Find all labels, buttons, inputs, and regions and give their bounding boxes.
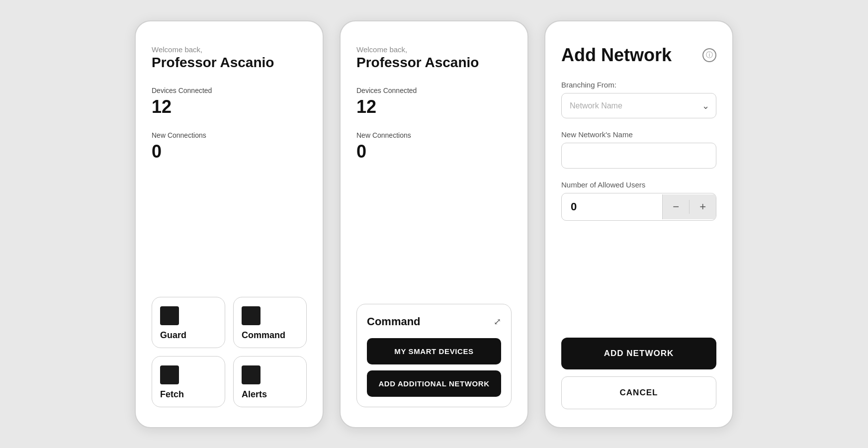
- stepper-increment-button[interactable]: +: [690, 194, 716, 219]
- branching-from-section: Branching From: Network Name ⌄: [561, 81, 716, 118]
- allowed-users-label: Number of Allowed Users: [561, 180, 716, 189]
- allowed-users-section: Number of Allowed Users 0 − +: [561, 180, 716, 221]
- panel1-devices-value: 12: [152, 96, 307, 117]
- app-tile-alerts-label: Alerts: [242, 389, 298, 400]
- action-buttons: ADD NETWORK CANCEL: [561, 338, 716, 409]
- smart-devices-button[interactable]: MY SMART DEVICES: [367, 338, 501, 364]
- app-tile-command-label: Command: [242, 330, 298, 341]
- new-network-name-section: New Network's Name: [561, 130, 716, 169]
- collapse-icon[interactable]: ⤢: [494, 316, 501, 327]
- panel1-welcome-sub: Welcome back,: [152, 45, 307, 54]
- guard-icon: [160, 306, 179, 325]
- info-icon[interactable]: ⓘ: [702, 48, 716, 62]
- panel-2-card: Welcome back, Professor Ascanio Devices …: [340, 20, 528, 428]
- cancel-button[interactable]: CANCEL: [561, 376, 716, 409]
- command-panel-header: Command ⤢: [367, 315, 501, 328]
- command-panel-title: Command: [367, 315, 421, 328]
- stepper-controls: − +: [662, 194, 716, 219]
- branching-from-label: Branching From:: [561, 81, 716, 89]
- add-network-title: Add Network: [561, 45, 672, 65]
- alerts-icon: [242, 365, 260, 384]
- app-tile-guard[interactable]: Guard: [152, 297, 225, 348]
- command-panel: Command ⤢ MY SMART DEVICES ADD ADDITIONA…: [356, 304, 512, 407]
- panel1-welcome-name: Professor Ascanio: [152, 55, 307, 71]
- panel2-welcome-sub: Welcome back,: [356, 45, 512, 54]
- fetch-icon: [160, 365, 179, 384]
- panel2-devices-value: 12: [356, 96, 512, 117]
- app-grid: Guard Command Fetch Alerts: [152, 297, 307, 407]
- app-tile-fetch-label: Fetch: [160, 389, 217, 400]
- add-network-button[interactable]: ADD NETWORK: [561, 338, 716, 369]
- app-tile-command[interactable]: Command: [233, 297, 307, 348]
- allowed-users-stepper: 0 − +: [561, 193, 716, 221]
- panel2-welcome-name: Professor Ascanio: [356, 55, 512, 71]
- panel1-devices-label: Devices Connected: [152, 87, 307, 94]
- panel2-connections-value: 0: [356, 141, 512, 162]
- new-network-label: New Network's Name: [561, 130, 716, 139]
- app-tile-guard-label: Guard: [160, 330, 217, 341]
- panel-1-card: Welcome back, Professor Ascanio Devices …: [135, 20, 324, 428]
- stepper-decrement-button[interactable]: −: [663, 194, 689, 219]
- network-name-select-wrapper: Network Name ⌄: [561, 93, 716, 118]
- new-network-name-input[interactable]: [561, 143, 716, 169]
- panel2-devices-label: Devices Connected: [356, 87, 512, 94]
- network-name-select[interactable]: Network Name: [561, 93, 716, 118]
- command-icon: [242, 306, 260, 325]
- panel1-connections-label: New Connections: [152, 131, 307, 139]
- app-tile-alerts[interactable]: Alerts: [233, 356, 307, 407]
- add-additional-network-button[interactable]: ADD ADDITIONAL NETWORK: [367, 370, 501, 397]
- stepper-value: 0: [562, 193, 662, 220]
- app-tile-fetch[interactable]: Fetch: [152, 356, 225, 407]
- panel1-connections-value: 0: [152, 141, 307, 162]
- panel-3-card: Add Network ⓘ Branching From: Network Na…: [544, 20, 733, 428]
- panel2-connections-label: New Connections: [356, 131, 512, 139]
- add-network-header: Add Network ⓘ: [561, 45, 716, 65]
